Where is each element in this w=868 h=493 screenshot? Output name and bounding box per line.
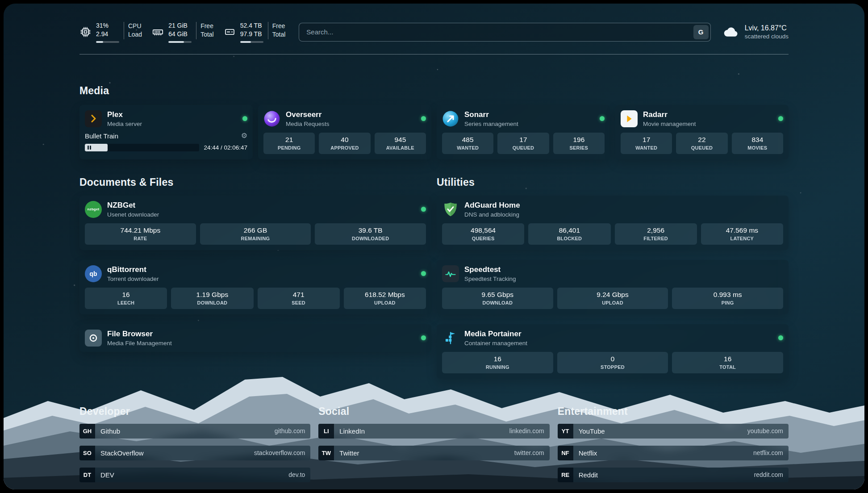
- stat-label: FILTERED: [617, 236, 695, 241]
- stat-value: 40: [321, 136, 368, 144]
- bookmark-abbr-icon: SO: [79, 446, 95, 460]
- two-column-area: Documents & Files nzbgetNZBGetUsenet dow…: [79, 176, 789, 379]
- bookmark-youtube[interactable]: YTYouTubeyoutube.com: [558, 424, 789, 439]
- portainer-icon: [442, 330, 459, 347]
- stat-remaining: 266 GBREMAINING: [200, 223, 311, 245]
- bookmark-abbr-icon: NF: [558, 446, 573, 460]
- ram-free: 21 GiB: [168, 21, 192, 30]
- service-card-overseerr[interactable]: OverseerrMedia Requests21PENDING40APPROV…: [258, 105, 431, 159]
- progress-track[interactable]: [85, 144, 199, 151]
- stat-value: 39.6 TB: [317, 226, 424, 234]
- status-dot-online: [421, 335, 426, 340]
- service-card-header: qbqBittorrentTorrent downloader: [85, 265, 426, 282]
- service-card-filebrowser[interactable]: File BrowserMedia File Management: [79, 324, 431, 352]
- status-dot-online: [600, 116, 605, 121]
- bookmark-netflix[interactable]: NFNetflixnetflix.com: [558, 446, 789, 460]
- service-card-speedtest[interactable]: SpeedtestSpeedtest Tracking9.65 GbpsDOWN…: [437, 260, 789, 314]
- stat-value: 21: [265, 136, 313, 144]
- bookmark-name: Twitter: [339, 449, 359, 457]
- bookmark-linkedin[interactable]: LILinkedInlinkedin.com: [318, 424, 549, 439]
- gear-icon[interactable]: ⚙: [241, 132, 247, 139]
- stat-filtered: 2,956FILTERED: [615, 223, 697, 245]
- service-card-radarr[interactable]: RadarrMovie management17WANTED22QUEUED83…: [615, 105, 789, 159]
- now-playing-title: Bullet Train: [85, 132, 118, 140]
- service-card-qbittorrent[interactable]: qbqBittorrentTorrent downloader16LEECH1.…: [79, 260, 431, 314]
- stat-value: 17: [622, 136, 670, 144]
- stat-latency: 47.569 msLATENCY: [701, 223, 783, 245]
- stat-label: UPLOAD: [559, 300, 667, 305]
- stat-label: QUEUED: [678, 145, 726, 150]
- service-card-portainer[interactable]: Media PortainerContainer management16RUN…: [437, 324, 789, 379]
- stat-value: 485: [444, 136, 492, 144]
- service-description: Series management: [464, 121, 518, 127]
- service-card-sonarr[interactable]: SonarrSeries management485WANTED17QUEUED…: [437, 105, 610, 159]
- service-card-header: PlexMedia server: [85, 110, 247, 127]
- service-stats: 485WANTED17QUEUED196SERIES: [442, 133, 605, 154]
- filebrowser-icon: [85, 330, 102, 347]
- stat-label: RATE: [87, 236, 194, 241]
- stat-stopped: 0STOPPED: [557, 352, 668, 373]
- section-title-media: Media: [79, 85, 789, 97]
- stat-value: 47.569 ms: [703, 226, 781, 234]
- service-card-header: nzbgetNZBGetUsenet downloader: [85, 201, 426, 218]
- stat-total: 16TOTAL: [672, 352, 783, 373]
- ram-meter: [168, 41, 192, 43]
- stat-label: TOTAL: [674, 364, 781, 370]
- nzbget-icon: nzbget: [85, 201, 102, 218]
- cloud-icon: [722, 24, 739, 41]
- stat-pending: 21PENDING: [263, 133, 315, 154]
- ram-label-1: Free: [200, 22, 214, 30]
- stat-label: REMAINING: [202, 236, 309, 241]
- service-description: Torrent downloader: [107, 276, 159, 282]
- weather-text: Lviv, 16.87°C scattered clouds: [745, 24, 789, 40]
- status-dot-online: [778, 116, 783, 121]
- bookmark-dev[interactable]: DTDEVdev.to: [79, 468, 310, 482]
- media-cards: PlexMedia serverBullet Train⚙24:44 / 02:…: [79, 105, 789, 159]
- bookmark-stackoverflow[interactable]: SOStackOverflowstackoverflow.com: [79, 446, 310, 460]
- bookmark-group-entertainment: EntertainmentYTYouTubeyoutube.comNFNetfl…: [558, 405, 789, 482]
- documents-cards: nzbgetNZBGetUsenet downloader744.21 Mbps…: [79, 196, 431, 352]
- bookmark-url: youtube.com: [747, 427, 783, 435]
- system-metrics: 31% 2.94 CPU Load: [79, 21, 285, 43]
- bookmark-abbr-icon: RE: [558, 468, 573, 482]
- service-stats: 498,564QUERIES86,401BLOCKED2,956FILTERED…: [442, 223, 783, 245]
- bookmark-abbr-icon: GH: [79, 424, 95, 439]
- service-description: Container management: [464, 340, 527, 347]
- service-card-adguard[interactable]: AdGuard HomeDNS and adblocking498,564QUE…: [437, 196, 789, 250]
- bookmark-twitter[interactable]: TWTwittertwitter.com: [318, 446, 549, 460]
- stat-leech: 16LEECH: [85, 288, 167, 309]
- sonarr-icon: [442, 110, 459, 127]
- search-input[interactable]: [299, 23, 710, 42]
- stat-rate: 744.21 MbpsRATE: [85, 223, 196, 245]
- service-card-nzbget[interactable]: nzbgetNZBGetUsenet downloader744.21 Mbps…: [79, 196, 431, 250]
- ram-total: 64 GiB: [168, 30, 192, 38]
- service-stats: 17WANTED22QUEUED834MOVIES: [621, 133, 783, 154]
- weather-widget[interactable]: Lviv, 16.87°C scattered clouds: [722, 24, 789, 41]
- stat-downloaded: 39.6 TBDOWNLOADED: [315, 223, 426, 245]
- stat-value: 834: [734, 136, 781, 144]
- pause-bar: [90, 146, 91, 150]
- stat-label: LATENCY: [703, 236, 781, 241]
- stat-label: SEED: [259, 300, 338, 305]
- bookmark-github[interactable]: GHGithubgithub.com: [79, 424, 310, 439]
- service-description: DNS and adblocking: [464, 211, 520, 218]
- progress-fill: [85, 144, 108, 151]
- metric-labels: Free Total: [268, 22, 286, 39]
- stat-value: 744.21 Mbps: [87, 226, 194, 234]
- cpu-load: 2.94: [96, 30, 119, 38]
- stat-value: 0: [559, 355, 667, 363]
- service-card-titles: Media PortainerContainer management: [464, 330, 527, 347]
- service-card-plex[interactable]: PlexMedia serverBullet Train⚙24:44 / 02:…: [79, 105, 253, 159]
- section-documents: Documents & Files nzbgetNZBGetUsenet dow…: [79, 176, 431, 379]
- search-engine-badge[interactable]: G: [693, 25, 709, 39]
- stat-value: 266 GB: [202, 226, 309, 234]
- stat-series: 196SERIES: [553, 133, 605, 154]
- service-card-titles: PlexMedia server: [107, 110, 142, 127]
- metric-values: 31% 2.94: [96, 21, 119, 43]
- service-card-header: File BrowserMedia File Management: [85, 330, 426, 347]
- stat-wanted: 17WANTED: [621, 133, 672, 154]
- bookmark-reddit[interactable]: RERedditreddit.com: [558, 468, 789, 482]
- bookmark-group-title: Developer: [79, 405, 310, 418]
- pause-icon[interactable]: [88, 146, 91, 150]
- stat-download: 1.19 GbpsDOWNLOAD: [171, 288, 253, 309]
